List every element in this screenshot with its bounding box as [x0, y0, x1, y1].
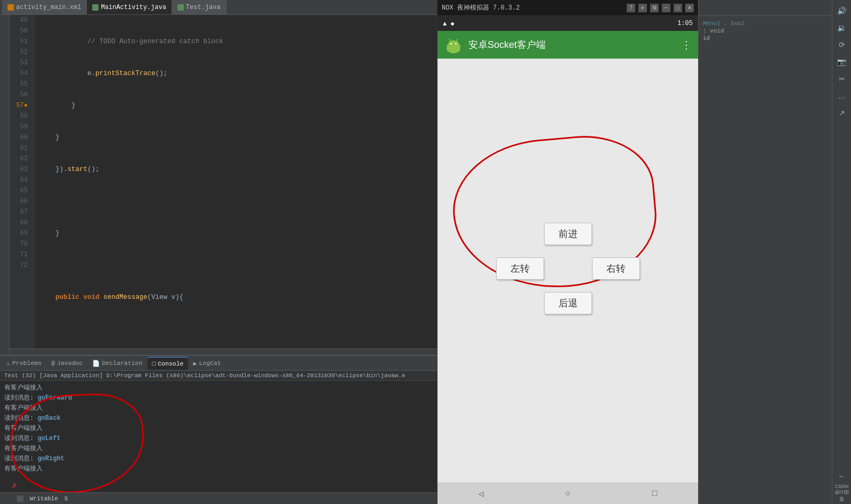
- code-line-58: [39, 324, 437, 335]
- phone-nav-bar: ◁ ○ □: [437, 483, 698, 504]
- android-logo-icon: [444, 35, 463, 54]
- javadoc-icon: @: [51, 360, 55, 367]
- console-line-5: 有客户端接入: [4, 424, 433, 434]
- code-line-56: [39, 260, 437, 271]
- phone-time: 1:05: [677, 20, 693, 27]
- tab-test-java[interactable]: Test.java: [172, 0, 226, 14]
- code-line-50: e.printStackTrace();: [39, 68, 437, 79]
- phone-app-bar: 安卓Socket客户端 ⋮: [437, 31, 698, 59]
- code-line-53: }).start();: [39, 164, 437, 175]
- bottom-tabs-bar: ⚠ Problems @ Javadoc 📄 Declaration □ Con…: [0, 356, 437, 371]
- java-file-icon: [92, 4, 99, 11]
- csdn-label-button: CSDN @IT阳晨: [834, 486, 849, 501]
- tabs-bar: activity_main.xml MainActivity.java Test…: [0, 0, 437, 15]
- tab-console[interactable]: □ Console: [148, 357, 188, 370]
- phone-screen: ▲ ◆ 1:05 安卓Socket客户端 ⋮: [437, 16, 698, 504]
- console-output[interactable]: 有客户端接入 读到消息: goForward 有客户端接入 读到消息: goBa…: [0, 381, 437, 492]
- right-button[interactable]: 右转: [592, 257, 640, 280]
- tab-logcat[interactable]: ▶ LogCat: [189, 357, 225, 370]
- svg-point-2: [448, 40, 459, 49]
- forward-button[interactable]: 前进: [544, 223, 592, 245]
- code-lines: 49 50 51 52 53 54 55 56 57● 58 59 60 61 …: [10, 15, 437, 348]
- sidebar-code-refs: Menu) : bool : void id: [699, 16, 832, 47]
- left-button[interactable]: 左转: [496, 257, 544, 280]
- sidebar-void-label: : void: [703, 28, 724, 34]
- sidebar-ref-void: : void: [703, 28, 828, 34]
- emulator-close-button[interactable]: ✕: [685, 4, 694, 12]
- speaker-icon-button[interactable]: 🔊: [834, 3, 849, 18]
- emulator-minimize-button[interactable]: ─: [662, 4, 670, 12]
- more-icon-button[interactable]: …: [834, 88, 849, 103]
- tab-declaration[interactable]: 📄 Declaration: [88, 357, 147, 370]
- emulator-window-controls: ? ≡ ⚙ ─ □ ✕: [627, 4, 694, 12]
- code-content[interactable]: // TODO Auto-generated catch block e.pri…: [35, 15, 437, 348]
- share-icon-button[interactable]: ↗: [834, 105, 849, 120]
- emulator-help-button[interactable]: ?: [627, 4, 635, 12]
- console-line-8: 读到消息: goRight: [4, 454, 433, 464]
- bottom-panel: ⚠ Problems @ Javadoc 📄 Declaration □ Con…: [0, 355, 437, 504]
- bottom-footer: ✗ Writable S: [0, 492, 437, 504]
- phone-status-bar: ▲ ◆ 1:05: [437, 16, 698, 31]
- right-sidebar: Menu) : bool : void id 🔊 🔉 ⟳ 📷 ✂ …: [698, 0, 851, 504]
- ide-panel: activity_main.xml MainActivity.java Test…: [0, 0, 437, 504]
- right-icon-strip: 🔊 🔉 ⟳ 📷 ✂ … ↗ ← CSDN @IT阳晨: [832, 0, 851, 504]
- tab-javadoc[interactable]: @ Javadoc: [47, 357, 87, 370]
- console-line-1: 有客户端接入: [4, 383, 433, 393]
- console-icon: □: [152, 360, 156, 367]
- line-numbers: 49 50 51 52 53 54 55 56 57● 58 59 60 61 …: [10, 15, 35, 348]
- console-line-6: 读到消息: goLeft: [4, 434, 433, 444]
- code-line-55: }: [39, 228, 437, 239]
- code-editor[interactable]: 49 50 51 52 53 54 55 56 57● 58 59 60 61 …: [10, 15, 437, 355]
- console-path: Test (32) [Java Application] D:\Program …: [0, 371, 437, 381]
- console-line-7: 有客户端接入: [4, 444, 433, 454]
- emulator-settings-button[interactable]: ⚙: [650, 4, 659, 12]
- back-nav-icon[interactable]: ◁: [479, 489, 484, 499]
- phone-content: 前进 左转 右转 后退: [437, 59, 698, 483]
- sidebar-ref-id: id: [703, 35, 828, 42]
- code-editor-area: 49 50 51 52 53 54 55 56 57● 58 59 60 61 …: [0, 15, 437, 355]
- sidebar-id-label: id: [703, 35, 710, 42]
- phone-signal-icon: ▲ ◆: [443, 20, 455, 28]
- svg-point-4: [455, 43, 457, 45]
- horizontal-scrollbar[interactable]: [10, 348, 437, 355]
- code-line-54: [39, 196, 437, 207]
- s-status: S: [64, 495, 68, 502]
- svg-line-5: [449, 39, 451, 41]
- x-marker-icon: ✗: [12, 480, 17, 491]
- direction-button-grid: 前进 左转 右转 后退: [493, 217, 643, 324]
- emulator-maximize-button[interactable]: □: [674, 4, 682, 12]
- xml-file-icon: [7, 4, 14, 11]
- code-line-52: }: [39, 132, 437, 143]
- emulator-panel: NOX 夜神模拟器 7.0.3.2 ? ≡ ⚙ ─ □ ✕ ▲ ◆ 1:05: [437, 0, 698, 504]
- sidebar-menu-label: Menu) : bool: [703, 20, 745, 27]
- recent-nav-icon[interactable]: □: [652, 489, 658, 499]
- emulator-title: NOX 夜神模拟器 7.0.3.2: [442, 3, 622, 12]
- scissors-icon-button[interactable]: ✂: [834, 71, 849, 86]
- tab-main-activity-java[interactable]: MainActivity.java: [87, 0, 172, 14]
- back-button[interactable]: 后退: [544, 292, 592, 314]
- app-title: 安卓Socket客户端: [468, 38, 676, 51]
- problems-icon: ⚠: [6, 360, 10, 367]
- logcat-icon: ▶: [193, 360, 197, 367]
- emulator-menu-button[interactable]: ≡: [638, 4, 647, 12]
- home-nav-icon[interactable]: ○: [565, 489, 571, 499]
- code-line-49: // TODO Auto-generated catch block: [39, 36, 437, 47]
- left-gutter: [0, 15, 10, 355]
- console-line-9: 有客户端接入: [4, 464, 433, 474]
- tab-problems[interactable]: ⚠ Problems: [2, 357, 46, 370]
- console-line-4: 读到消息: goBack: [4, 413, 433, 424]
- right-panel: NOX 夜神模拟器 7.0.3.2 ? ≡ ⚙ ─ □ ✕ ▲ ◆ 1:05: [437, 0, 851, 504]
- snapshot-icon-button[interactable]: 📷: [834, 54, 849, 69]
- svg-point-3: [450, 43, 452, 45]
- sidebar-content-area: Menu) : bool : void id: [699, 0, 832, 504]
- rotate-icon-button[interactable]: ⟳: [834, 37, 849, 52]
- svg-line-6: [456, 39, 458, 41]
- app-menu-icon[interactable]: ⋮: [681, 38, 692, 52]
- tab-activity-main-xml[interactable]: activity_main.xml: [2, 0, 87, 14]
- declaration-icon: 📄: [92, 360, 100, 367]
- code-line-51: }: [39, 100, 437, 111]
- sidebar-top-bar: [699, 0, 832, 16]
- volume-icon-button[interactable]: 🔉: [834, 20, 849, 35]
- arrow-left-button[interactable]: ←: [834, 469, 849, 484]
- sidebar-ref-menu: Menu) : bool: [703, 20, 828, 27]
